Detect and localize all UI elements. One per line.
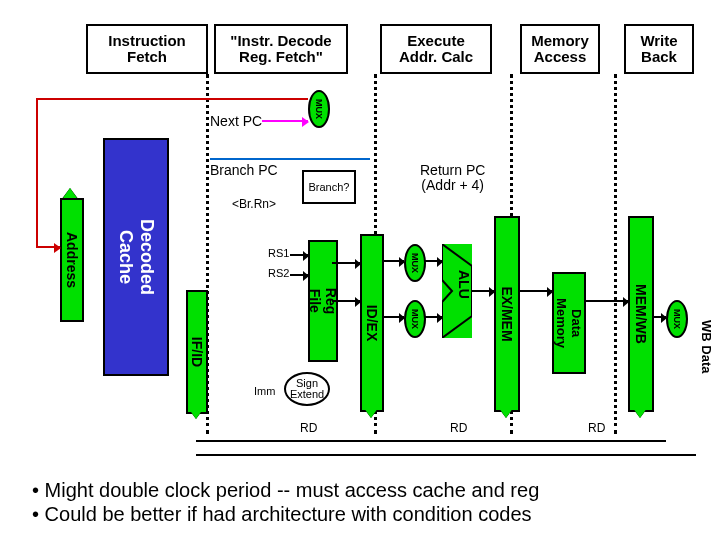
mux-nextpc: MUX xyxy=(308,90,330,128)
stage-wb-label: Write Back xyxy=(640,33,677,65)
stage-mem-label: Memory Access xyxy=(531,33,589,65)
stage-ex-label: Execute Addr. Calc xyxy=(399,33,473,65)
pipe-mem-wb: MEM/WB xyxy=(628,216,654,412)
imm-label: Imm xyxy=(254,386,275,398)
mux-alu-a: MUX xyxy=(404,244,426,282)
wire-dmem-memwb xyxy=(584,300,628,302)
address-label: Address xyxy=(64,232,80,288)
decoded-cache-label: Decoded Cache xyxy=(115,219,157,295)
decoded-cache: Decoded Cache xyxy=(103,138,169,376)
data-memory-label: Data Memory xyxy=(554,298,584,348)
data-memory: Data Memory xyxy=(552,272,586,374)
rd-label-2: RD xyxy=(450,422,467,435)
wire-magenta xyxy=(262,120,308,122)
wire-muxb-alu xyxy=(424,316,442,318)
rd-label-3: RD xyxy=(588,422,605,435)
note-line-2: Could be better if had architecture with… xyxy=(32,502,539,526)
mux-label-3: MUX xyxy=(410,309,420,329)
wire-rd-feedback-2 xyxy=(196,454,696,456)
wire-rf-idex-2 xyxy=(332,300,360,302)
wb-data-label: WB Data xyxy=(699,320,714,373)
wire-exmem-dmem xyxy=(518,290,552,292)
pipe-id-ex: ID/EX xyxy=(360,234,384,412)
mux-alu-b: MUX xyxy=(404,300,426,338)
pipe-if-id: IF/ID xyxy=(186,290,208,414)
mem-wb-tri-icon xyxy=(633,408,647,418)
wire-blue-branchpc xyxy=(210,158,370,160)
wire-rs1 xyxy=(290,254,308,256)
wire-rf-idex-1 xyxy=(332,262,360,264)
branch-pc-label: Branch PC xyxy=(210,163,278,178)
wire-red-into-addr xyxy=(36,246,60,248)
return-pc-label: Return PC (Addr + 4) xyxy=(420,163,485,192)
mux-label-4: MUX xyxy=(672,309,682,329)
br-rn-label: <Br.Rn> xyxy=(232,198,276,211)
stage-if: Instruction Fetch xyxy=(86,24,208,74)
pipe-if-id-label: IF/ID xyxy=(189,337,205,367)
wire-rs2 xyxy=(290,274,308,276)
stage-if-label: Instruction Fetch xyxy=(108,33,186,65)
if-id-tri-icon xyxy=(189,409,203,419)
rd-label-1: RD xyxy=(300,422,317,435)
pipe-mem-wb-label: MEM/WB xyxy=(633,284,649,344)
address-reg: Address xyxy=(60,198,84,322)
id-ex-tri-icon xyxy=(364,408,378,418)
pipe-ex-mem: EX/MEM xyxy=(494,216,520,412)
stage-id-label: "Instr. Decode Reg. Fetch" xyxy=(230,33,331,65)
alu-label: ALU xyxy=(456,270,472,299)
ex-mem-tri-icon xyxy=(499,408,513,418)
wire-muxa-alu xyxy=(424,260,442,262)
next-pc-label: Next PC xyxy=(210,114,262,129)
pipe-id-ex-label: ID/EX xyxy=(364,305,380,342)
rs2-label: RS2 xyxy=(268,268,289,280)
stage-ex: Execute Addr. Calc xyxy=(380,24,492,74)
wire-red-v xyxy=(36,98,38,246)
stage-wb: Write Back xyxy=(624,24,694,74)
mux-label-1: MUX xyxy=(314,99,324,119)
address-tri-icon xyxy=(63,188,77,198)
wire-idex-muxa xyxy=(382,260,404,262)
note-line-1: Might double clock period -- must access… xyxy=(32,478,539,502)
notes: Might double clock period -- must access… xyxy=(32,478,539,526)
mux-wb: MUX xyxy=(666,300,688,338)
sign-extend: Sign Extend xyxy=(284,372,330,406)
wire-idex-muxb xyxy=(382,316,404,318)
sign-extend-label: Sign Extend xyxy=(290,378,324,400)
stage-id: "Instr. Decode Reg. Fetch" xyxy=(214,24,348,74)
wire-memwb-mux xyxy=(652,316,666,318)
branch-check-box: Branch? xyxy=(302,170,356,204)
pipe-ex-mem-label: EX/MEM xyxy=(499,286,515,341)
stage-mem: Memory Access xyxy=(520,24,600,74)
wire-rd-feedback-1 xyxy=(196,440,666,442)
wire-alu-exmem xyxy=(472,290,494,292)
mux-label-2: MUX xyxy=(410,253,420,273)
rs1-label: RS1 xyxy=(268,248,289,260)
branch-check-label: Branch? xyxy=(309,182,350,193)
stage-sep-4 xyxy=(614,74,617,434)
wire-red-top xyxy=(36,98,308,100)
